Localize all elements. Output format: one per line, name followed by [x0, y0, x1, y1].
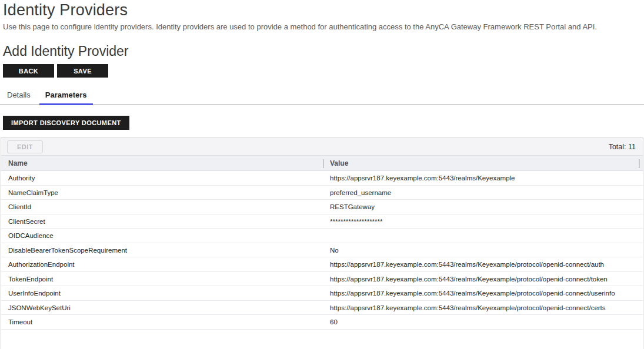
action-button-row: BACK SAVE — [3, 64, 641, 78]
page-title: Identity Providers — [3, 1, 641, 19]
table-row[interactable]: JSONWebKeySetUri https://appsrvr187.keye… — [1, 301, 643, 316]
param-name: UserInfoEndpoint — [1, 290, 323, 297]
param-name: AuthorizationEndpoint — [1, 261, 323, 268]
table-header-row: Name Value — [1, 155, 643, 171]
param-name: TokenEndpoint — [1, 276, 323, 283]
table-row[interactable]: ClientSecret ******************** — [1, 214, 643, 229]
param-value: preferred_username — [323, 189, 643, 196]
param-name: OIDCAudience — [1, 232, 323, 239]
column-header-name: Name — [1, 156, 323, 170]
parameters-table: EDIT Total: 11 Name Value Authority http… — [1, 137, 643, 349]
section-title: Add Identity Provider — [3, 44, 641, 59]
import-discovery-document-button[interactable]: IMPORT DISCOVERY DOCUMENT — [3, 116, 129, 130]
identity-providers-page: Identity Providers Use this page to conf… — [0, 0, 644, 349]
total-count: Total: 11 — [609, 143, 636, 151]
param-value: https://appsrvr187.keyexample.com:5443/r… — [323, 261, 643, 268]
tab-details[interactable]: Details — [4, 88, 34, 105]
tab-bar: Details Parameters — [0, 88, 644, 105]
param-value: RESTGateway — [323, 203, 643, 210]
column-resize-handle[interactable] — [639, 159, 640, 168]
param-value: https://appsrvr187.keyexample.com:5443/r… — [323, 174, 643, 182]
param-value: No — [323, 247, 643, 254]
save-button[interactable]: SAVE — [57, 64, 108, 78]
table-row[interactable]: Authority https://appsrvr187.keyexample.… — [1, 171, 643, 186]
param-name: ClientSecret — [1, 218, 323, 225]
param-value: https://appsrvr187.keyexample.com:5443/r… — [323, 276, 643, 283]
param-name: Timeout — [1, 318, 323, 325]
page-description: Use this page to configure identity prov… — [3, 22, 641, 31]
table-row[interactable]: ClientId RESTGateway — [1, 200, 643, 214]
param-value: 60 — [323, 318, 643, 325]
param-value: https://appsrvr187.keyexample.com:5443/r… — [323, 304, 643, 311]
back-button[interactable]: BACK — [3, 64, 54, 78]
param-name: NameClaimType — [1, 189, 323, 196]
table-row[interactable]: OIDCAudience — [1, 229, 643, 243]
param-name: Authority — [1, 174, 323, 182]
param-name: ClientId — [1, 203, 323, 210]
table-row[interactable]: UserInfoEndpoint https://appsrvr187.keye… — [1, 286, 643, 301]
edit-button[interactable]: EDIT — [7, 140, 43, 153]
tab-parameters[interactable]: Parameters — [39, 88, 93, 105]
table-row[interactable]: DisableBearerTokenScopeRequirement No — [1, 243, 643, 258]
param-name: DisableBearerTokenScopeRequirement — [1, 247, 323, 254]
param-value: https://appsrvr187.keyexample.com:5443/r… — [323, 290, 643, 297]
table-toolbar: EDIT Total: 11 — [1, 138, 643, 155]
column-resize-handle[interactable] — [323, 159, 324, 168]
param-value: ******************** — [323, 218, 643, 225]
column-header-value: Value — [323, 156, 643, 170]
table-row[interactable]: NameClaimType preferred_username — [1, 186, 643, 200]
param-name: JSONWebKeySetUri — [1, 304, 323, 311]
table-row[interactable]: TokenEndpoint https://appsrvr187.keyexam… — [1, 272, 643, 287]
table-row[interactable]: AuthorizationEndpoint https://appsrvr187… — [1, 257, 643, 272]
table-row[interactable]: Timeout 60 — [1, 315, 643, 330]
